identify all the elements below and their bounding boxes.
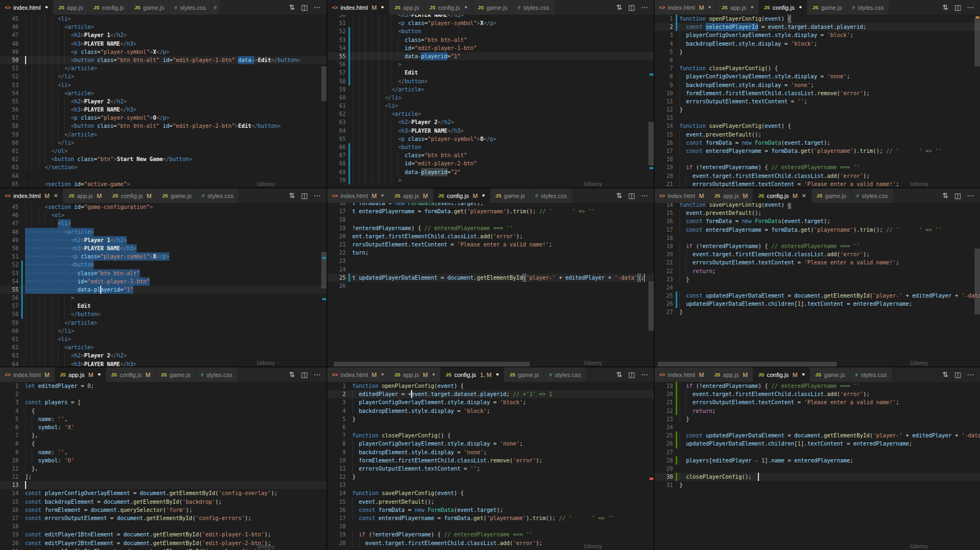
tab-index.html[interactable]: <>index.htmlM● (654, 0, 716, 15)
code-line[interactable]: 16 const formData = new FormData(event.t… (654, 139, 980, 147)
vertical-scrollbar[interactable] (648, 122, 654, 165)
code-line[interactable]: 10 symbol: 'O' (0, 456, 327, 465)
close-icon[interactable]: × (54, 192, 58, 199)
code-line[interactable]: 50 <button class="btn btn-alt" id="edit-… (0, 56, 327, 64)
code-line[interactable]: 29 (654, 465, 980, 473)
code-line[interactable]: 59 </article> (0, 319, 327, 327)
code-line[interactable]: 8 { (0, 440, 327, 448)
open-changes-icon[interactable]: ⇅ (616, 371, 622, 378)
code-line[interactable]: 51 <p class="player-symbol">X</p> (327, 19, 654, 27)
code-line[interactable]: 21 errorsOutputElement.textContent = 'Pl… (654, 258, 980, 267)
code-line[interactable]: 15 event.preventDefault(); (654, 209, 980, 217)
code-line[interactable]: 55 <h2>Player 2</h2> (0, 97, 327, 106)
code-line[interactable]: 21 errorsOutputElement.textContent = 'Pl… (654, 398, 980, 406)
code-line[interactable]: 19 if (!enteredPlayername) { // enteredP… (654, 382, 980, 390)
tab-config.js[interactable]: JSconfig.js1, M● (440, 367, 504, 382)
code-line[interactable]: 3 playerConfigOverlayElement.style.displ… (327, 398, 654, 406)
code-line[interactable]: 26 (327, 282, 654, 290)
dirty-indicator[interactable]: ● (432, 372, 435, 377)
tab-app.js[interactable]: JSapp.js (53, 0, 88, 15)
code-editor[interactable]: 19 if (!enteredPlayername) { // enteredP… (654, 382, 980, 550)
dirty-indicator[interactable]: ● (799, 5, 801, 10)
code-line[interactable]: 15 event.preventDefault(); (654, 131, 980, 139)
vertical-scrollbar[interactable] (975, 249, 980, 314)
split-editor-icon[interactable]: ◫ (301, 371, 308, 378)
code-line[interactable]: 49··············<h2>Player 1</h2> (0, 236, 327, 244)
code-line[interactable]: 45 <li> (0, 15, 327, 23)
code-line[interactable]: 52 </li> (0, 72, 327, 81)
code-line[interactable]: 57 Edit (0, 302, 327, 310)
code-line[interactable]: 9 backdropElement.style.display = 'none'… (654, 81, 980, 89)
code-line[interactable]: 18 (654, 234, 980, 242)
code-line[interactable]: 59 </article> (0, 131, 327, 139)
tab-config.js[interactable]: JSconfig.js● (425, 0, 473, 15)
code-editor[interactable]: 45 <li>46 <article>47 <h2>Player 1</h2>4… (0, 15, 327, 188)
code-editor[interactable]: 1let editedPlayer = 0;23const players = … (0, 382, 327, 550)
open-changes-icon[interactable]: ⇅ (289, 4, 295, 11)
tab-game.js[interactable]: JSgame.js (130, 0, 170, 15)
code-line[interactable]: 51··············<p class="player-symbol"… (0, 252, 327, 261)
code-line[interactable]: 12} (654, 106, 980, 114)
code-line[interactable]: 1function openPlayerConfig(event) { (327, 382, 654, 390)
tab-index.html[interactable]: <>index.htmlM● (327, 367, 389, 382)
code-line[interactable]: 2 (0, 390, 327, 398)
code-line[interactable]: 10 formElement.firstElementChild.classLi… (654, 89, 980, 97)
code-line[interactable]: 4 backdropElement.style.display = 'block… (327, 407, 654, 415)
code-line[interactable]: 55 data-playerid="1" (327, 52, 654, 60)
tab-game.js[interactable]: JSgame.js (812, 188, 852, 203)
code-line[interactable]: 25 const updatedPlayerDataElement = docu… (654, 431, 980, 440)
code-line[interactable]: 27} (654, 308, 980, 316)
code-line[interactable]: 24 (327, 265, 654, 274)
tab-index.html[interactable]: <>index.html● (0, 0, 53, 15)
more-actions-icon[interactable]: ⋯ (967, 192, 974, 199)
code-line[interactable]: 21 errorsOutputElement.textContent = 'Pl… (654, 180, 980, 188)
more-actions-icon[interactable]: ⋯ (314, 192, 321, 199)
open-changes-icon[interactable]: ⇅ (289, 192, 295, 199)
code-line[interactable]: 26 updatedPlayerDataElement.children[1].… (654, 440, 980, 448)
tab-index.html[interactable]: <>index.htmlM● (327, 0, 389, 15)
code-line[interactable]: 11 errorsOutputElement.textContent = ''; (654, 97, 980, 106)
tab-styles.css[interactable]: #styles.css (530, 188, 572, 203)
code-line[interactable]: 20const editPlayer2BtnElement = document… (0, 539, 327, 547)
tab-styles.css[interactable]: #styles.css (197, 188, 239, 203)
code-editor[interactable]: 45 <section id="game-configuration">46 <… (0, 203, 327, 367)
more-actions-icon[interactable]: ⋯ (314, 371, 321, 378)
code-line[interactable]: 53 class="btn btn-alt" (327, 36, 654, 44)
dirty-indicator[interactable]: ● (802, 372, 805, 377)
code-line[interactable]: 18 (327, 215, 654, 224)
code-line[interactable]: 58 <button class="btn btn-alt" id="edit-… (0, 122, 327, 130)
code-line[interactable]: 16 const formData = new FormData(event.t… (654, 217, 980, 225)
tab-index.html[interactable]: <>index.htmlM (654, 188, 709, 203)
code-line[interactable]: 64 <h3>PLAYER NAME</h3> (327, 127, 654, 135)
code-line[interactable]: 12]; (0, 473, 327, 481)
split-editor-icon[interactable]: ◫ (628, 371, 635, 378)
code-line[interactable]: 16 const formData = new FormData(event.t… (327, 506, 654, 514)
code-line[interactable]: 7 }, (0, 431, 327, 440)
split-editor-icon[interactable]: ◫ (301, 4, 308, 11)
vertical-scrollbar[interactable] (321, 66, 327, 101)
code-line[interactable]: 17t enteredPlayername = formData.get('pl… (327, 207, 654, 215)
dirty-indicator[interactable]: ● (496, 372, 499, 377)
code-line[interactable]: 21rorsOutputElement.textContent = 'Pleas… (327, 240, 654, 249)
code-line[interactable]: 9 name: '', (0, 448, 327, 456)
code-line[interactable]: 60 </li> (0, 327, 327, 335)
dirty-indicator[interactable]: ● (381, 5, 384, 10)
close-icon[interactable]: × (802, 192, 806, 199)
code-editor[interactable]: 16t formData = new FormData(event.target… (327, 203, 654, 367)
split-editor-icon[interactable]: ◫ (954, 371, 961, 378)
code-line[interactable]: 56 > (0, 294, 327, 302)
code-line[interactable]: 65 <p class="player-symbol">O</p> (327, 135, 654, 143)
code-line[interactable]: 52 <button (327, 27, 654, 35)
code-line[interactable]: 23 } (654, 275, 980, 283)
tab-overflow-stub[interactable]: # (211, 0, 220, 15)
tab-index.html[interactable]: <>index.htmlM● (327, 188, 389, 203)
code-line[interactable]: 61 <li> (0, 335, 327, 343)
dirty-indicator[interactable]: ● (464, 5, 467, 10)
code-line[interactable]: 19 if (!enteredPlayername) { // enteredP… (327, 530, 654, 539)
code-line[interactable]: 47 <h2>Player 1</h2> (0, 31, 327, 39)
code-line[interactable]: 20ent.target.firstElementChild.classList… (327, 232, 654, 240)
code-line[interactable]: 56 <h3>PLAYER NAME</h3> (0, 106, 327, 114)
code-line[interactable]: 67 class="btn btn-alt" (327, 151, 654, 159)
tab-styles.css[interactable]: #styles.css (544, 367, 586, 382)
tab-styles.css[interactable]: #styles.css (513, 0, 555, 15)
